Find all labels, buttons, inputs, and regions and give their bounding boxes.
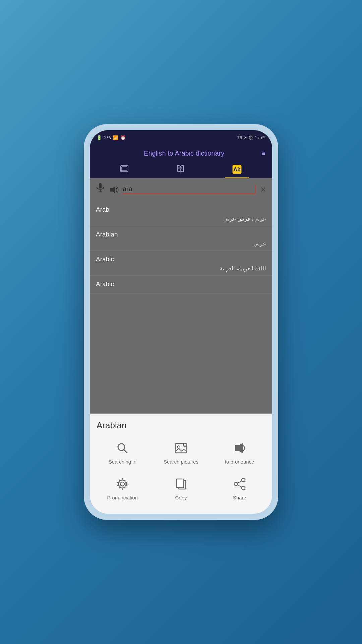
app-title-row: English to Arabic dictionary ≡	[97, 150, 265, 157]
svg-rect-25	[176, 479, 184, 488]
mic-dots: · · ·	[97, 194, 104, 197]
searching-in-button[interactable]: Searching in	[93, 437, 152, 468]
result-en-arabic1: Arabic	[96, 256, 266, 263]
result-en-arab: Arab	[96, 206, 266, 213]
search-input-wrap[interactable]: ara	[123, 185, 256, 194]
status-bar: 🔋 ٪٨٩ 📶 ⏰ 76 ☀ 🖼 ١١:٣٣	[90, 130, 272, 145]
battery-icon: 🔋	[97, 135, 102, 140]
svg-line-29	[238, 481, 242, 483]
svg-point-18	[177, 446, 180, 448]
status-left: 🔋 ٪٨٩ 📶 ⏰	[97, 135, 126, 140]
searching-in-label: Searching in	[109, 459, 136, 465]
status-right: 76 ☀ 🖼 ١١:٣٣	[237, 135, 265, 140]
svg-rect-1	[122, 167, 127, 171]
clear-button[interactable]: ✕	[260, 185, 266, 194]
svg-point-26	[242, 478, 245, 482]
svg-rect-11	[99, 183, 102, 189]
result-item-arabic1[interactable]: Arabic اللغة العربية، العربية	[90, 251, 272, 276]
pronounce-button[interactable]: to pronounce	[210, 437, 269, 468]
gear-icon	[114, 477, 131, 491]
microphone-button[interactable]: · · ·	[96, 183, 105, 197]
copy-button[interactable]: Copy	[152, 473, 210, 504]
svg-point-28	[242, 486, 245, 490]
svg-line-16	[124, 449, 127, 453]
search-icon	[114, 441, 131, 455]
svg-text:Ab: Ab	[233, 167, 241, 172]
result-ar-arabic1: اللغة العربية، العربية	[96, 265, 266, 272]
search-area: · · · ara ✕	[90, 178, 272, 201]
pronounce-icon	[231, 441, 248, 455]
tab-book[interactable]	[169, 162, 192, 177]
phone-frame: 🔋 ٪٨٩ 📶 ⏰ 76 ☀ 🖼 ١١:٣٣ English to Arabic…	[84, 124, 278, 520]
copy-icon	[173, 477, 189, 491]
sheet-word: Arabian	[93, 420, 269, 431]
signal-icon: 📶	[113, 135, 118, 140]
share-icon	[231, 477, 248, 491]
sheet-actions: Searching in Search pict	[93, 437, 269, 504]
to-pronounce-label: to pronounce	[225, 459, 254, 465]
speaker-button[interactable]	[109, 185, 119, 195]
result-item-arab[interactable]: Arab عربي، فرس عربي	[90, 201, 272, 226]
app-title: English to Arabic dictionary	[107, 150, 261, 157]
copy-label: Copy	[175, 495, 187, 500]
bottom-sheet: Arabian Searching in	[90, 414, 272, 514]
share-button[interactable]: Share	[210, 473, 269, 504]
pronunciation-label: Pronunciation	[107, 495, 138, 500]
svg-marker-14	[110, 186, 115, 194]
result-ar-arab: عربي، فرس عربي	[96, 215, 266, 222]
tab-bar: Ab	[97, 162, 265, 178]
time-display: ١١:٣٣	[255, 135, 265, 140]
search-input[interactable]: ara	[123, 185, 255, 193]
search-pictures-icon	[173, 441, 189, 455]
svg-point-23	[120, 482, 124, 486]
phone-screen: 🔋 ٪٨٩ 📶 ⏰ 76 ☀ 🖼 ١١:٣٣ English to Arabic…	[90, 130, 272, 514]
right-icons: 76 ☀ 🖼	[237, 135, 253, 140]
results-list: Arab عربي، فرس عربي Arabian عربي Arabic …	[90, 201, 272, 414]
tab-dictionary[interactable]: Ab	[225, 162, 249, 177]
result-item-arabic2[interactable]: Arabic	[90, 276, 272, 293]
result-item-arabian[interactable]: Arabian عربي	[90, 226, 272, 251]
search-pictures-button[interactable]: Search pictures	[152, 437, 210, 468]
search-pictures-label: Search pictures	[164, 459, 198, 465]
svg-point-27	[234, 482, 238, 486]
menu-icon[interactable]: ≡	[261, 150, 265, 157]
result-ar-arabian: عربي	[96, 240, 266, 247]
result-en-arabian: Arabian	[96, 231, 266, 238]
battery-level: ٪٨٩	[104, 135, 111, 140]
tab-flashcard[interactable]	[113, 162, 136, 177]
alarm-icon: ⏰	[120, 135, 126, 140]
svg-marker-22	[235, 443, 243, 453]
pronunciation-button[interactable]: Pronunciation	[93, 473, 152, 504]
text-cursor	[255, 185, 256, 193]
result-en-arabic2: Arabic	[96, 280, 266, 288]
svg-line-30	[238, 485, 242, 487]
share-label: Share	[233, 495, 246, 500]
app-header: English to Arabic dictionary ≡	[90, 145, 272, 178]
